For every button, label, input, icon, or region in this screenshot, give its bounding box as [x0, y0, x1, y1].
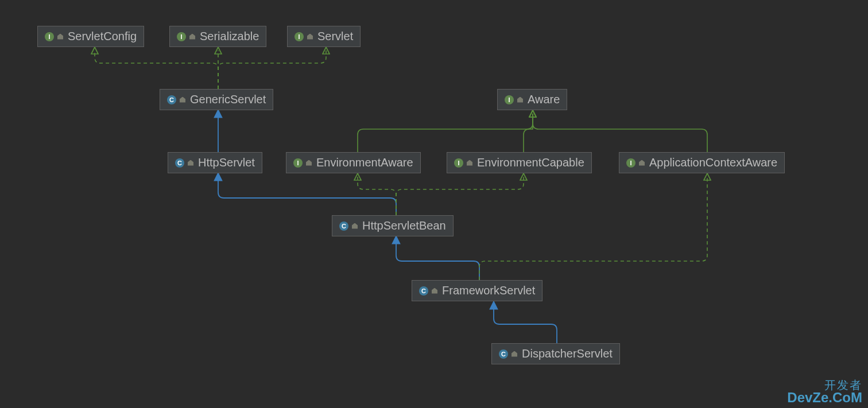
- lock-icon: [352, 223, 358, 229]
- lock-icon: [307, 34, 313, 40]
- lock-icon: [57, 34, 63, 40]
- lock-icon: [189, 34, 195, 40]
- node-label: Aware: [528, 93, 560, 106]
- lock-icon: [180, 97, 185, 103]
- node-httpservlet[interactable]: C HttpServlet: [168, 152, 262, 173]
- interface-icon: I: [45, 32, 54, 41]
- interface-icon: I: [177, 32, 186, 41]
- interface-icon: I: [294, 32, 304, 41]
- node-label: FrameworkServlet: [442, 284, 535, 297]
- node-applicationcontextaware[interactable]: I ApplicationContextAware: [619, 152, 785, 173]
- node-label: ServletConfig: [68, 30, 137, 43]
- lock-icon: [188, 160, 193, 166]
- lock-icon: [432, 288, 437, 294]
- watermark-line2: DevZe.CoM: [787, 391, 862, 405]
- node-dispatcherservlet[interactable]: C DispatcherServlet: [491, 343, 620, 364]
- interface-icon: I: [505, 95, 514, 104]
- node-environmentaware[interactable]: I EnvironmentAware: [286, 152, 421, 173]
- node-label: ApplicationContextAware: [649, 156, 777, 169]
- node-genericservlet[interactable]: C GenericServlet: [160, 89, 273, 110]
- lock-icon: [467, 160, 472, 166]
- node-aware[interactable]: I Aware: [497, 89, 567, 110]
- node-label: GenericServlet: [190, 93, 266, 106]
- watermark: 开发者 DevZe.CoM: [787, 379, 862, 405]
- node-servletconfig[interactable]: I ServletConfig: [37, 26, 144, 47]
- abstract-class-icon: C: [175, 158, 184, 168]
- lock-icon: [517, 97, 523, 103]
- node-serializable[interactable]: I Serializable: [169, 26, 266, 47]
- abstract-class-icon: C: [419, 286, 428, 296]
- node-frameworkservlet[interactable]: C FrameworkServlet: [412, 280, 542, 301]
- watermark-line1: 开发者: [787, 379, 862, 391]
- diagram-connectors: [0, 0, 868, 408]
- node-label: DispatcherServlet: [522, 347, 613, 360]
- node-label: EnvironmentCapable: [477, 156, 584, 169]
- node-httpservletbean[interactable]: C HttpServletBean: [332, 215, 454, 236]
- abstract-class-icon: C: [167, 95, 176, 104]
- node-label: EnvironmentAware: [316, 156, 413, 169]
- node-servlet[interactable]: I Servlet: [287, 26, 361, 47]
- interface-icon: I: [454, 158, 463, 168]
- lock-icon: [306, 160, 312, 166]
- interface-icon: I: [626, 158, 636, 168]
- class-icon: C: [499, 349, 508, 359]
- node-label: HttpServlet: [198, 156, 255, 169]
- lock-icon: [512, 351, 517, 357]
- node-label: Serializable: [200, 30, 259, 43]
- node-environmentcapable[interactable]: I EnvironmentCapable: [447, 152, 592, 173]
- interface-icon: I: [293, 158, 303, 168]
- abstract-class-icon: C: [339, 222, 348, 231]
- lock-icon: [639, 160, 645, 166]
- node-label: Servlet: [317, 30, 353, 43]
- node-label: HttpServletBean: [362, 219, 446, 232]
